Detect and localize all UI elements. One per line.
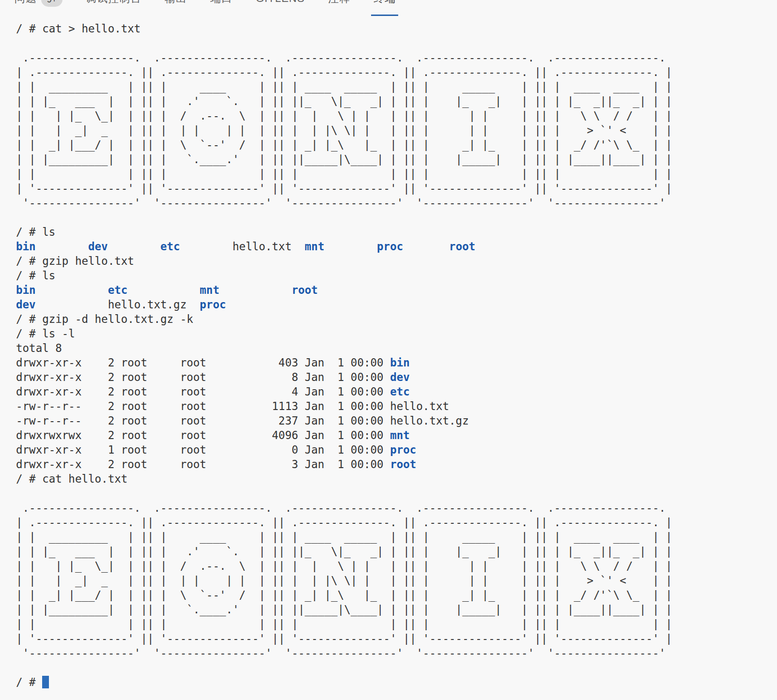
terminal-text [180,240,233,253]
terminal-text: '----------------' '----------------' '-… [16,647,672,659]
terminal-line: / # gzip -d hello.txt.gz -k [16,312,777,326]
terminal-line [16,486,777,501]
panel-tab-debug-console[interactable]: 调试控制台 [83,0,144,16]
terminal-line: / # ls [16,268,777,283]
terminal-text: hello.txt.gz [108,298,187,311]
terminal-text: -rw-r--r-- 2 root root 1113 Jan 1 00:00 … [16,400,449,412]
terminal-line: / # cat hello.txt [16,472,777,486]
terminal-text: bin [390,356,410,369]
terminal-line: / # ls -l [16,326,777,341]
panel-tab-ports-label: 端口 [210,0,233,5]
terminal-text: | | _| |___/ | | || | \ `--' / | || | _|… [16,589,672,601]
terminal-line: -rw-r--r-- 2 root root 1113 Jan 1 00:00 … [16,399,777,413]
terminal-text: hello.txt [233,240,292,253]
terminal-line: bin etc mnt root [16,283,777,297]
panel-tab-output-label: 输出 [165,0,187,5]
terminal-text [127,284,200,296]
terminal-text [36,240,88,253]
panel-tab-output[interactable]: 输出 [162,0,189,16]
terminal-text [325,240,377,253]
terminal-text [292,240,305,253]
terminal-text: mnt [305,240,325,253]
panel-tab-comments[interactable]: 注释 [326,0,353,16]
terminal-line: | | _| |___/ | | || | \ `--' / | || | _|… [16,588,777,602]
terminal-line: '----------------' '----------------' '-… [16,646,777,660]
terminal-text: | .--------------. || .--------------. |… [16,516,672,529]
terminal-text: | | | |_ \_| | || | / .--. \ | || | | \ … [16,109,672,122]
terminal-line: '----------------' '----------------' '-… [16,196,777,210]
terminal-line: .----------------. .----------------. .-… [16,501,777,515]
terminal-text: total 8 [16,342,62,354]
terminal-text: / # ls [16,269,55,282]
panel-tab-problems-label: 问题 [15,0,37,5]
panel-tab-bar: 问题 9+ 调试控制台 输出 端口 GITLENS 注释 终端 [0,0,777,16]
terminal-text: | | |_________| | || | `.____.' | || ||_… [16,603,672,616]
terminal-text [108,240,160,253]
terminal-text: / # [16,676,42,688]
panel-tab-problems[interactable]: 问题 9+ [12,0,65,16]
terminal-text: drwxr-xr-x 1 root root 0 Jan 1 00:00 [16,443,390,456]
terminal-line: drwxr-xr-x 2 root root 3 Jan 1 00:00 roo… [16,457,777,472]
terminal-text: root [390,458,416,471]
terminal-line: | '--------------' || '--------------' |… [16,181,777,196]
terminal-text: | | _________ | || | ____ | || | ____ __… [16,531,672,543]
terminal-line: drwxrwxrwx 2 root root 4096 Jan 1 00:00 … [16,428,777,442]
terminal-line: drwxr-xr-x 1 root root 0 Jan 1 00:00 pro… [16,442,777,457]
terminal-text: | | |_________| | || | `.____.' | || ||_… [16,153,672,166]
terminal-text: dev [390,371,410,383]
terminal-line: drwxr-xr-x 2 root root 4 Jan 1 00:00 etc [16,384,777,399]
panel-tab-debug-console-label: 调试控制台 [86,0,141,5]
terminal-line: | | | || | | || | | || | | || | | | [16,617,777,631]
terminal-line: drwxr-xr-x 2 root root 8 Jan 1 00:00 dev [16,370,777,384]
terminal-line: | | |_ ___ | | || | .' `. | || ||_ \|_ _… [16,94,777,108]
terminal-text: .----------------. .----------------. .-… [16,502,672,514]
terminal-text: drwxr-xr-x 2 root root 4 Jan 1 00:00 [16,385,390,398]
terminal-line: | .--------------. || .--------------. |… [16,65,777,79]
terminal-text: | '--------------' || '--------------' |… [16,182,672,195]
terminal-text: | | |_ ___ | | || | .' `. | || ||_ \|_ _… [16,545,672,558]
terminal-text: | | | || | | || | | || | | || | | | [16,618,672,630]
terminal-text: | .--------------. || .--------------. |… [16,66,672,78]
terminal-text [16,487,23,500]
terminal-text: bin [16,284,36,296]
panel-tab-terminal[interactable]: 终端 [371,0,398,16]
terminal-text: .----------------. .----------------. .-… [16,51,672,64]
terminal-line: / # [16,675,777,689]
terminal-text: proc [377,240,403,253]
terminal-line: | | |_________| | || | `.____.' | || ||_… [16,602,777,617]
terminal-text: mnt [200,284,219,296]
terminal-text: '----------------' '----------------' '-… [16,197,672,209]
panel-tab-ports[interactable]: 端口 [208,0,235,16]
terminal-text: etc [108,284,128,296]
terminal-text [36,298,108,311]
terminal-text: | | _________ | || | ____ | || | ____ __… [16,80,672,93]
terminal-line: bin dev etc hello.txt mnt proc root [16,239,777,254]
terminal-text [16,661,23,674]
terminal-text: proc [390,443,416,456]
terminal-text: dev [88,240,108,253]
terminal-text: / # cat > hello.txt [16,22,140,35]
terminal-line: dev hello.txt.gz proc [16,297,777,312]
terminal-output[interactable]: / # cat > hello.txt .----------------. .… [0,16,777,689]
terminal-text: root [449,240,475,253]
terminal-text: | | | || | | || | | || | | || | | | [16,167,672,180]
terminal-line: / # cat > hello.txt [16,21,777,36]
terminal-text: | | _| |___/ | | || | \ `--' / | || | _|… [16,138,672,151]
terminal-text: | | |_ ___ | | || | .' `. | || ||_ \|_ _… [16,95,672,107]
terminal-line: | | | _| _ | || | | | | | | || | | |\ \|… [16,123,777,137]
terminal-line: .----------------. .----------------. .-… [16,50,777,65]
terminal-text: -rw-r--r-- 2 root root 237 Jan 1 00:00 h… [16,414,469,427]
terminal-line: | | |_ ___ | | || | .' `. | || ||_ \|_ _… [16,544,777,559]
panel-tab-gitlens[interactable]: GITLENS [253,0,307,16]
terminal-line: | | _| |___/ | | || | \ `--' / | || | _|… [16,137,777,152]
terminal-line: | | | || | | || | | || | | || | | | [16,167,777,181]
terminal-text: drwxr-xr-x 2 root root 8 Jan 1 00:00 [16,371,390,383]
terminal-line: | | |_________| | || | `.____.' | || ||_… [16,152,777,167]
terminal-line [16,210,777,225]
terminal-text: / # cat hello.txt [16,472,127,485]
terminal-text: etc [390,385,410,398]
terminal-text [16,211,23,224]
terminal-text: / # ls [16,226,55,238]
terminal-text [16,37,23,49]
terminal-text: bin [16,240,36,253]
